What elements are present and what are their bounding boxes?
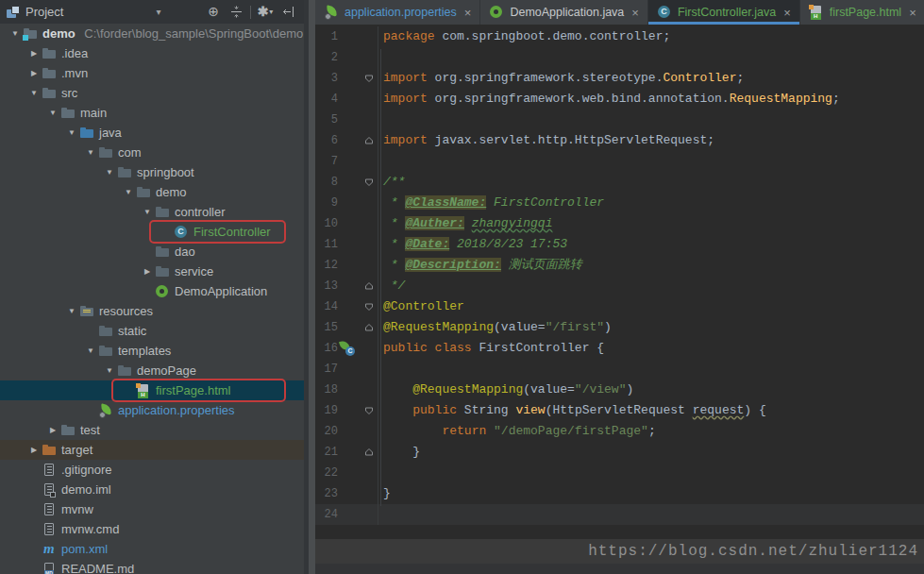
line-number[interactable]: 22 <box>315 463 338 483</box>
chevron-expanded-icon[interactable]: ▼ <box>140 208 155 216</box>
line-number[interactable]: 6 <box>315 130 338 151</box>
code-line-8[interactable]: 8/** <box>315 172 924 193</box>
line-number[interactable]: 5 <box>315 110 338 130</box>
chevron-expanded-icon[interactable]: ▼ <box>26 89 42 97</box>
tree-item-demopage[interactable]: ▼demoPage <box>0 361 304 380</box>
tree-item-target[interactable]: ▶target <box>0 440 304 460</box>
fold-up-icon[interactable] <box>361 276 378 296</box>
tree-item-mvnw[interactable]: mvnw <box>0 499 304 519</box>
tree-item-templates[interactable]: ▼templates <box>0 341 304 361</box>
code-editor[interactable]: 1package com.springboot.demo.controller;… <box>315 25 924 574</box>
close-icon[interactable]: × <box>909 6 916 20</box>
tree-item-gitignore[interactable]: .gitignore <box>0 460 304 480</box>
code-line-24[interactable]: 24 <box>315 504 924 525</box>
line-number[interactable]: 7 <box>315 151 338 172</box>
settings-icon[interactable]: ✱▾ <box>257 0 274 24</box>
fold-up-icon[interactable] <box>361 442 378 463</box>
fold-up-icon[interactable] <box>361 317 378 338</box>
line-number[interactable]: 23 <box>315 483 338 504</box>
code-line-7[interactable]: 7 <box>315 151 924 172</box>
line-number[interactable]: 8 <box>315 172 338 193</box>
tree-item-resources[interactable]: ▼resources <box>0 301 304 321</box>
close-icon[interactable]: × <box>631 6 639 20</box>
line-number[interactable]: 9 <box>315 193 338 213</box>
tree-item-application-properties[interactable]: application.properties <box>0 400 304 420</box>
tree-item-demoapplication[interactable]: DemoApplication <box>0 281 304 301</box>
chevron-collapsed-icon[interactable]: ▶ <box>26 69 42 77</box>
tree-item-idea[interactable]: ▶.idea <box>0 43 304 63</box>
chevron-expanded-icon[interactable]: ▼ <box>64 128 79 137</box>
code-line-17[interactable]: 17 <box>315 359 924 380</box>
line-number[interactable]: 3 <box>315 68 338 89</box>
code-line-14[interactable]: 14@Controller <box>315 296 924 317</box>
line-number[interactable]: 19 <box>315 400 338 421</box>
chevron-expanded-icon[interactable]: ▼ <box>83 148 98 157</box>
code-line-16[interactable]: 16public class FirstController { <box>315 338 924 359</box>
tree-item-firstcontroller[interactable]: FirstController <box>0 222 304 242</box>
code-line-20[interactable]: 20 return "/demoPage/firstPage"; <box>315 421 924 442</box>
tree-item-demo[interactable]: ▼demo C:\forder\blog_sample\SpringBoot\d… <box>0 24 304 43</box>
code-line-11[interactable]: 11 * @Date: 2018/8/23 17:53 <box>315 234 924 255</box>
tree-item-service[interactable]: ▶service <box>0 262 304 281</box>
editor-tab-application-properties[interactable]: application.properties× <box>315 0 480 25</box>
code-line-23[interactable]: 23} <box>315 483 924 504</box>
tree-item-controller[interactable]: ▼controller <box>0 202 304 222</box>
tree-item-dao[interactable]: dao <box>0 242 304 262</box>
editor-tab-firstpage-html[interactable]: firstPage.html× <box>800 0 924 25</box>
code-line-9[interactable]: 9 * @ClassName: FirstController <box>315 193 924 213</box>
chevron-expanded-icon[interactable]: ▼ <box>102 168 117 177</box>
tree-item-firstpage-html[interactable]: firstPage.html <box>0 380 304 400</box>
chevron-collapsed-icon[interactable]: ▶ <box>140 267 155 276</box>
code-line-15[interactable]: 15@RequestMapping(value="/first") <box>315 317 924 338</box>
tree-item-test[interactable]: ▶test <box>0 420 304 440</box>
fold-down-icon[interactable] <box>361 68 378 89</box>
tree-item-java[interactable]: ▼java <box>0 123 304 143</box>
tree-item-demo-iml[interactable]: demo.iml <box>0 480 304 499</box>
code-line-10[interactable]: 10 * @Auther: zhangyingqi <box>315 213 924 234</box>
chevron-collapsed-icon[interactable]: ▶ <box>26 49 42 58</box>
line-number[interactable]: 13 <box>315 276 338 296</box>
line-number[interactable]: 24 <box>315 504 338 525</box>
hide-panel-icon[interactable] <box>279 6 296 18</box>
line-number[interactable]: 11 <box>315 234 338 255</box>
fold-down-icon[interactable] <box>361 296 378 317</box>
chevron-expanded-icon[interactable]: ▼ <box>83 346 98 355</box>
chevron-expanded-icon[interactable]: ▼ <box>121 188 136 196</box>
tree-item-static[interactable]: static <box>0 321 304 341</box>
tree-item-demo[interactable]: ▼demo <box>0 182 304 202</box>
line-number[interactable]: 2 <box>315 47 338 68</box>
line-number[interactable]: 17 <box>315 359 338 380</box>
editor-tab-firstcontroller-java[interactable]: FirstController.java× <box>648 0 800 25</box>
code-line-6[interactable]: 6import javax.servlet.http.HttpServletRe… <box>315 130 924 151</box>
chevron-collapsed-icon[interactable]: ▶ <box>45 426 60 434</box>
line-number[interactable]: 10 <box>315 213 338 234</box>
code-line-18[interactable]: 18 @RequestMapping(value="/view") <box>315 380 924 400</box>
collapse-all-icon[interactable] <box>227 6 244 18</box>
code-line-5[interactable]: 5 <box>315 110 924 130</box>
code-line-21[interactable]: 21 } <box>315 442 924 463</box>
code-line-2[interactable]: 2 <box>315 47 924 68</box>
tree-item-readme-md[interactable]: README.md <box>0 559 304 574</box>
code-line-12[interactable]: 12 * @Description: 测试页面跳转 <box>315 255 924 276</box>
code-line-4[interactable]: 4import org.springframework.web.bind.ann… <box>315 89 924 110</box>
tree-item-mvnw-cmd[interactable]: mvnw.cmd <box>0 519 304 539</box>
tree-item-main[interactable]: ▼main <box>0 103 304 123</box>
chevron-down-icon[interactable]: ▾ <box>156 7 160 17</box>
chevron-expanded-icon[interactable]: ▼ <box>102 366 117 375</box>
close-icon[interactable]: × <box>783 6 791 20</box>
code-line-13[interactable]: 13 */ <box>315 276 924 296</box>
chevron-expanded-icon[interactable]: ▼ <box>8 29 23 38</box>
fold-down-icon[interactable] <box>361 400 378 421</box>
tree-item-springboot[interactable]: ▼springboot <box>0 162 304 182</box>
fold-up-icon[interactable] <box>361 130 378 151</box>
tree-scrollbar[interactable] <box>309 0 315 574</box>
line-number[interactable]: 18 <box>315 380 338 400</box>
chevron-expanded-icon[interactable]: ▼ <box>45 109 60 117</box>
tree-item-mvn[interactable]: ▶.mvn <box>0 63 304 83</box>
line-number[interactable]: 21 <box>315 442 338 463</box>
line-number[interactable]: 16 <box>315 338 338 359</box>
locate-icon[interactable]: ⊕ <box>205 0 222 24</box>
code-line-3[interactable]: 3import org.springframework.stereotype.C… <box>315 68 924 89</box>
chevron-expanded-icon[interactable]: ▼ <box>64 307 79 315</box>
line-number[interactable]: 15 <box>315 317 338 338</box>
